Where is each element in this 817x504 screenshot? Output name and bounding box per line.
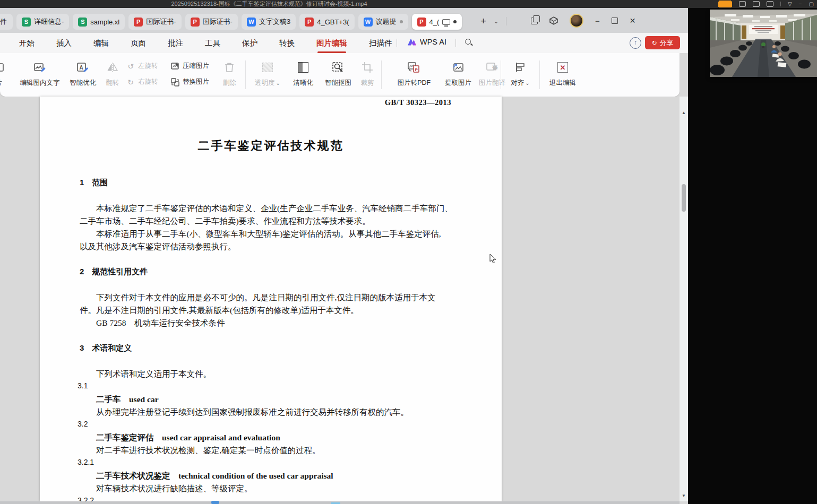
replace-image-icon [171, 78, 179, 86]
divider [397, 39, 397, 47]
document-line: 件。凡是不注日期的引用文件,其最新版本(包括所有的修改单)适用于本文件。 [80, 305, 472, 318]
player-maximize-icon[interactable]: ▢ [809, 0, 814, 8]
trash-icon [223, 59, 235, 75]
video-filename: 20250925132318-国标《二手车鉴定评估技术规范》修订研讨会-视频-1… [0, 0, 538, 8]
player-logo-icon[interactable] [718, 1, 732, 7]
flip-button: 翻转 [102, 59, 123, 88]
document-tab[interactable]: P 4_( [412, 14, 462, 30]
document-tab[interactable]: S sample.xl [73, 14, 125, 30]
app-type-icon: S [22, 18, 31, 27]
share-icon: ↻ [651, 39, 657, 47]
meeting-video-frame[interactable] [710, 10, 817, 77]
ribbon-tab[interactable]: 工具 [202, 38, 223, 48]
tabbar-actions: + ⌄ [480, 13, 506, 29]
pdf-page[interactable]: GB/T 30323—2013 二手车鉴定评估技术规范 1 范围 本标准规定了二… [40, 97, 502, 501]
wps-ai-button[interactable]: WPS AI [408, 38, 446, 46]
cloud-upload-icon[interactable]: ↑ [630, 37, 641, 49]
smart-optimize-button[interactable]: A 智能优化 [67, 59, 99, 88]
document-line: 对车辆技术状况进行缺陷描述、等级评定。 [80, 483, 472, 496]
dropdown-menu-icon[interactable]: ▽ [788, 0, 792, 8]
app-type-icon: P [191, 18, 200, 27]
transparency-button: 透明度⌄ [253, 59, 282, 88]
document-tab[interactable]: P 国际证书- [185, 14, 238, 30]
app-center-cube-icon[interactable] [549, 16, 558, 25]
align-button[interactable]: 对齐⌄ [508, 59, 532, 88]
vertical-scrollbar[interactable]: ▲ ▼ [680, 97, 688, 501]
rotate-right-button: ↻ 右旋转 [126, 77, 158, 86]
ribbon-tab[interactable]: 转换 [276, 38, 298, 48]
replace-image-button[interactable]: 替换图片 [171, 77, 209, 86]
ribbon-tab[interactable]: 插入 [53, 38, 75, 48]
document-line: 1 范围 [80, 178, 472, 190]
app-type-icon: W [364, 18, 373, 27]
ribbon-tab[interactable]: 批注 [165, 38, 186, 48]
crop-button: 裁剪 [357, 59, 378, 88]
rotate-left-icon: ↺ [126, 62, 135, 71]
tab-overview-icon[interactable] [531, 18, 538, 24]
new-tab-button[interactable]: + [480, 15, 486, 27]
edit-picture-button-partial[interactable]: 片 [0, 59, 5, 88]
crop-icon [361, 59, 374, 75]
flip-icon [106, 59, 119, 75]
svg-text:A: A [80, 65, 83, 71]
clarify-button[interactable]: 清晰化 [290, 59, 316, 88]
player-minimize-icon[interactable]: − [799, 0, 802, 8]
tab-title: 国际证书- [203, 17, 233, 27]
tab-title: 详细信息- [34, 17, 64, 27]
ribbon-tab[interactable]: 图片编辑 [313, 38, 350, 48]
document-line: 二手车 used car [80, 394, 472, 407]
extract-image-button[interactable]: 提取图片 [442, 59, 475, 88]
ribbon-tab[interactable]: 编辑 [90, 38, 112, 48]
feedback-icon[interactable] [753, 1, 760, 7]
document-tab[interactable]: W 议题提 [358, 14, 408, 30]
app-type-icon: P [134, 18, 143, 27]
playlist-icon[interactable] [739, 1, 746, 7]
taskbar-peek-blue [211, 501, 219, 504]
document-line [80, 356, 472, 369]
document-tab[interactable]: P 4_GBT+3( [299, 14, 354, 30]
scroll-up-arrow[interactable]: ▲ [682, 110, 686, 115]
document-line [80, 331, 472, 343]
transparency-icon [262, 63, 273, 72]
exit-edit-button[interactable]: ✕ 退出编辑 [547, 59, 579, 88]
ribbon-tab[interactable]: 扫描件 [366, 38, 395, 48]
close-button[interactable]: ✕ [630, 16, 636, 25]
share-button[interactable]: ↻ 分享 [645, 36, 680, 49]
tab-title: 议题提 [376, 17, 397, 27]
tab-list-chevron-icon[interactable]: ⌄ [494, 18, 498, 25]
ribbon-tab[interactable]: 页面 [127, 38, 149, 48]
wps-ai-label: WPS AI [420, 38, 446, 46]
mini-window-icon[interactable] [767, 1, 773, 7]
document-tab[interactable]: W 文字文稿3 [242, 14, 296, 30]
tab-title: 国际证书- [146, 17, 176, 27]
user-avatar[interactable] [570, 14, 583, 28]
edit-text-in-image-button[interactable]: 编辑图内文字 [17, 59, 63, 88]
document-tab[interactable]: S 详细信息- [16, 14, 69, 30]
clarify-icon [298, 62, 308, 73]
document-line: 3.2.1 [78, 458, 472, 471]
window-controls: − ✕ [531, 12, 636, 29]
search-icon[interactable] [465, 39, 473, 47]
smart-cutout-button[interactable]: 智能抠图 [322, 59, 355, 88]
document-canvas[interactable]: GB/T 30323—2013 二手车鉴定评估技术规范 1 范围 本标准规定了二… [0, 97, 680, 504]
restore-button[interactable] [612, 18, 618, 24]
image-to-pdf-button[interactable]: P 图片转PDF [391, 59, 437, 88]
document-tab[interactable]: 件 [0, 14, 13, 30]
minimize-button[interactable]: − [595, 16, 600, 25]
ribbon-tab[interactable]: 开始 [16, 38, 38, 48]
image-to-pdf-icon: P [407, 59, 422, 75]
scrollbar-thumb[interactable] [682, 184, 686, 212]
player-titlebar-controls: ▽ − ▢ [718, 0, 814, 8]
document-line: 3.2 [78, 420, 472, 432]
document-line: 2 规范性引用文件 [80, 267, 472, 280]
compress-image-button[interactable]: 压缩图片 [171, 62, 209, 71]
document-tabbar: 件 S 详细信息- S sample.xl [0, 8, 688, 33]
video-player-window[interactable]: S ▭⌨ [688, 8, 817, 504]
document-tab[interactable]: P 国际证书- [128, 14, 181, 30]
scroll-down-arrow[interactable]: ▼ [682, 493, 686, 498]
ribbon-menu: 开始 插入 编辑 页面 批注 工具 保护 转换 图片编辑 扫描件 WP [0, 33, 688, 53]
svg-text:译: 译 [493, 65, 497, 71]
picture-edit-toolbar: 片 编辑图内文字 A 智能优化 [0, 53, 680, 97]
document-title: 二手车鉴定评估技术规范 [40, 138, 502, 154]
ribbon-tab[interactable]: 保护 [239, 38, 261, 48]
